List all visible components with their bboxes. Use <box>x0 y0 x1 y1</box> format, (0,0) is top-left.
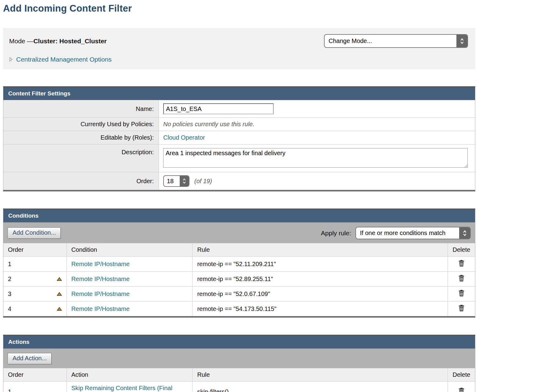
description-textarea[interactable]: Area 1 inspected messages for final deli… <box>163 148 468 168</box>
mode-panel: Mode —Cluster: Hosted_Cluster Change Mod… <box>3 28 475 69</box>
stepper-up-down-icon <box>459 227 470 239</box>
condition-rule: remote-ip == "52.0.67.109" <box>193 287 448 301</box>
up-arrow-icon[interactable] <box>57 277 62 281</box>
condition-row: 1 Remote IP/Hostname remote-ip == "52.11… <box>3 257 475 272</box>
change-mode-select[interactable]: Change Mode... <box>324 34 468 48</box>
actions-toolbar: Add Action... <box>3 348 475 368</box>
condition-order: 2 <box>8 276 11 283</box>
up-arrow-icon[interactable] <box>57 307 62 311</box>
name-label: Name: <box>3 100 159 117</box>
conditions-col-rule: Rule <box>193 243 448 257</box>
trash-icon[interactable] <box>458 275 465 282</box>
conditions-header: Conditions <box>3 210 475 222</box>
order-select-value: 18 <box>164 176 180 186</box>
description-label: Description: <box>3 144 159 172</box>
trash-icon[interactable] <box>458 387 465 392</box>
conditions-section: Conditions Add Condition... Apply rule: … <box>3 208 475 318</box>
actions-col-delete: Delete <box>448 368 475 382</box>
apply-rule-select-value: If one or more conditions match <box>356 227 459 239</box>
condition-link[interactable]: Remote IP/Hostname <box>71 290 130 297</box>
condition-link[interactable]: Remote IP/Hostname <box>71 276 130 282</box>
condition-row: 3 Remote IP/Hostname remote-ip == "52.0.… <box>3 287 475 301</box>
apply-rule-label: Apply rule: <box>321 230 351 237</box>
conditions-toolbar: Add Condition... Apply rule: If one or m… <box>3 222 475 243</box>
condition-rule: remote-ip == "54.173.50.115" <box>193 301 448 316</box>
actions-section: Actions Add Action... Order Action Rule … <box>3 335 475 392</box>
triangle-right-icon[interactable] <box>9 57 13 62</box>
condition-order: 1 <box>8 261 11 268</box>
order-select[interactable]: 18 <box>163 175 189 187</box>
condition-order: 3 <box>8 290 11 298</box>
page-title: Add Incoming Content Filter <box>3 3 475 14</box>
action-rule: skip-filters() <box>193 382 448 392</box>
up-arrow-icon[interactable] <box>57 292 62 296</box>
actions-header: Actions <box>3 336 475 348</box>
actions-col-rule: Rule <box>193 368 448 382</box>
trash-icon[interactable] <box>458 305 465 312</box>
actions-table: Order Action Rule Delete 1 Skip Remainin… <box>3 368 475 392</box>
content-filter-settings-section: Content Filter Settings Name: Currently … <box>3 86 475 191</box>
add-condition-button[interactable]: Add Condition... <box>8 227 61 239</box>
condition-link[interactable]: Remote IP/Hostname <box>71 305 130 312</box>
actions-col-order: Order <box>3 368 67 382</box>
trash-icon[interactable] <box>458 290 465 297</box>
name-input[interactable] <box>163 103 274 114</box>
action-row: 1 Skip Remaining Content Filters (Final … <box>3 382 475 392</box>
change-mode-select-value: Change Mode... <box>325 35 456 47</box>
condition-link[interactable]: Remote IP/Hostname <box>71 261 130 267</box>
condition-order: 4 <box>8 305 11 312</box>
condition-row: 2 Remote IP/Hostname remote-ip == "52.89… <box>3 272 475 287</box>
cloud-operator-link[interactable]: Cloud Operator <box>163 134 205 141</box>
policies-value: No policies currently use this rule. <box>163 121 254 128</box>
policies-label: Currently Used by Policies: <box>3 117 159 131</box>
condition-rule: remote-ip == "52.89.255.11" <box>193 272 448 287</box>
order-of-note: (of 19) <box>194 178 212 185</box>
condition-rule: remote-ip == "52.11.209.211" <box>193 257 448 272</box>
add-action-button[interactable]: Add Action... <box>8 353 52 364</box>
actions-col-action: Action <box>67 368 193 382</box>
editable-roles-label: Editable by (Roles): <box>3 131 159 144</box>
apply-rule-select[interactable]: If one or more conditions match <box>355 227 471 239</box>
action-order: 1 <box>8 388 11 392</box>
content-filter-page: Add Incoming Content Filter Mode —Cluste… <box>3 3 475 392</box>
content-filter-settings-header: Content Filter Settings <box>3 87 475 100</box>
mode-text: Mode —Cluster: Hosted_Cluster <box>9 37 107 45</box>
conditions-col-delete: Delete <box>448 243 475 257</box>
centralized-management-options-link[interactable]: Centralized Management Options <box>16 56 112 63</box>
conditions-col-condition: Condition <box>67 243 193 257</box>
stepper-up-down-icon <box>180 176 189 186</box>
trash-icon[interactable] <box>458 260 465 267</box>
conditions-table: Order Condition Rule Delete 1 Remote IP/… <box>3 243 475 316</box>
action-link[interactable]: Skip Remaining Content Filters (Final Ac… <box>71 385 172 392</box>
mode-value: Cluster: Hosted_Cluster <box>33 37 106 45</box>
conditions-col-order: Order <box>3 243 67 257</box>
condition-row: 4 Remote IP/Hostname remote-ip == "54.17… <box>3 301 475 316</box>
mode-label: Mode — <box>9 37 33 45</box>
order-label: Order: <box>3 172 159 190</box>
stepper-up-down-icon <box>456 35 467 47</box>
